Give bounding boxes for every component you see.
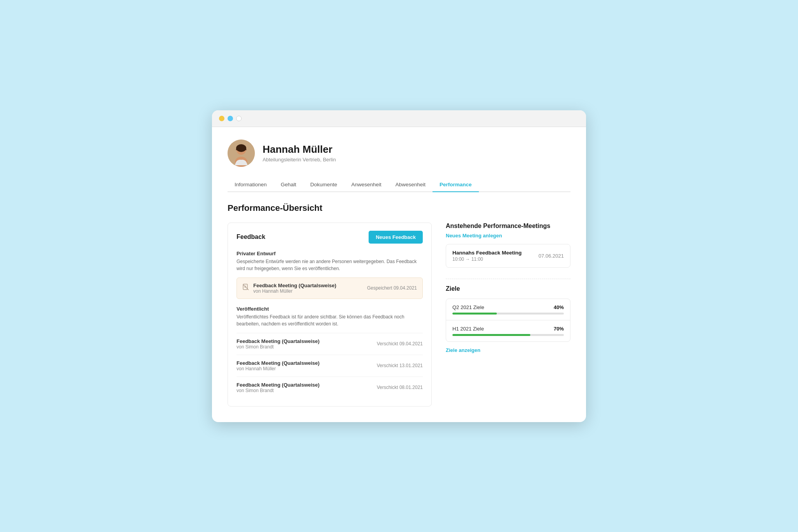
goal-progress-bg-0: [452, 313, 564, 315]
published-item-0-info: Feedback Meeting (Quartalsweise) von Sim…: [237, 338, 320, 350]
create-meeting-link[interactable]: Neues Meeting anlegen: [446, 233, 502, 239]
draft-item-title: Feedback Meeting (Quartalsweise): [253, 283, 363, 288]
avatar: [228, 140, 255, 167]
published-item-2-title: Feedback Meeting (Quartalsweise): [237, 382, 320, 388]
goal-pct-0: 40%: [554, 304, 564, 310]
tab-gehalt[interactable]: Gehalt: [274, 178, 304, 192]
goals-section: Ziele Q2 2021 Ziele 40%: [446, 285, 570, 353]
meeting-card-0-info: Hannahs Feedback Meeting 10:00 → 11:00: [452, 250, 522, 262]
browser-window: Hannah Müller Abteilungsleiterin Vertrie…: [212, 110, 586, 422]
traffic-light-yellow[interactable]: [219, 116, 224, 121]
profile-subtitle: Abteilungsleiterin Vertrieb, Berlin: [263, 157, 336, 163]
meetings-title: Anstehende Performance-Meetings: [446, 223, 570, 230]
divider: [446, 279, 570, 279]
published-item-1-author: von Hannah Müller: [237, 366, 320, 371]
published-item-1[interactable]: Feedback Meeting (Quartalsweise) von Han…: [237, 355, 423, 376]
published-section: Veröffentlicht Veröffentlichtes Feedback…: [237, 306, 423, 398]
view-goals-link[interactable]: Ziele anzeigen: [446, 347, 480, 353]
published-item-0-date: Verschickt 09.04.2021: [377, 341, 423, 346]
draft-item-info: Feedback Meeting (Quartalsweise) von Han…: [253, 283, 363, 294]
meeting-card-0[interactable]: Hannahs Feedback Meeting 10:00 → 11:00 0…: [446, 244, 570, 268]
goals-title: Ziele: [446, 285, 570, 292]
published-item-0-title: Feedback Meeting (Quartalsweise): [237, 338, 320, 344]
published-item-1-info: Feedback Meeting (Quartalsweise) von Han…: [237, 360, 320, 371]
published-item-2-date: Verschickt 08.01.2021: [377, 385, 423, 390]
meeting-date-0: 07.06.2021: [538, 253, 564, 259]
right-column: Anstehende Performance-Meetings Neues Me…: [446, 223, 570, 353]
goal-label-1: H1 2021 Ziele: [452, 326, 484, 332]
tab-performance[interactable]: Performance: [433, 178, 479, 192]
tab-abwesenheit[interactable]: Abwesenheit: [388, 178, 433, 192]
goal-progress-fill-0: [452, 313, 497, 315]
draft-item-date: Gespeichert 09.04.2021: [367, 285, 417, 291]
browser-content: Hannah Müller Abteilungsleiterin Vertrie…: [212, 127, 586, 422]
draft-icon: [242, 284, 249, 292]
goal-item-0[interactable]: Q2 2021 Ziele 40%: [446, 299, 570, 320]
draft-desc: Gespeicherte Entwürfe werden nie an ande…: [237, 258, 423, 272]
published-item-0[interactable]: Feedback Meeting (Quartalsweise) von Sim…: [237, 333, 423, 355]
profile-header: Hannah Müller Abteilungsleiterin Vertrie…: [228, 140, 570, 167]
published-heading: Veröffentlicht: [237, 306, 423, 312]
published-item-1-title: Feedback Meeting (Quartalsweise): [237, 360, 320, 366]
goal-progress-fill-1: [452, 334, 530, 336]
published-item-2[interactable]: Feedback Meeting (Quartalsweise) von Sim…: [237, 376, 423, 398]
goal-pct-1: 70%: [554, 326, 564, 332]
goal-row-1: H1 2021 Ziele 70%: [452, 326, 564, 332]
goal-item-1[interactable]: H1 2021 Ziele 70%: [446, 320, 570, 341]
new-feedback-button[interactable]: Neues Feedback: [369, 231, 423, 244]
tab-dokumente[interactable]: Dokumente: [303, 178, 344, 192]
published-item-0-author: von Simon Brandt: [237, 344, 320, 350]
goal-progress-bg-1: [452, 334, 564, 336]
feedback-card: Feedback Neues Feedback Privater Entwurf…: [228, 223, 432, 407]
profile-name: Hannah Müller: [263, 143, 336, 156]
tab-anwesenheit[interactable]: Anwesenheit: [344, 178, 388, 192]
published-item-2-author: von Simon Brandt: [237, 388, 320, 393]
tab-informationen[interactable]: Informationen: [228, 178, 274, 192]
goal-label-0: Q2 2021 Ziele: [452, 304, 484, 310]
goal-row-0: Q2 2021 Ziele 40%: [452, 304, 564, 310]
main-layout: Feedback Neues Feedback Privater Entwurf…: [228, 223, 570, 407]
published-item-2-info: Feedback Meeting (Quartalsweise) von Sim…: [237, 382, 320, 393]
draft-heading: Privater Entwurf: [237, 251, 423, 256]
meeting-time-0: 10:00 → 11:00: [452, 256, 522, 262]
draft-item-author: von Hannah Müller: [253, 288, 363, 294]
feedback-card-title: Feedback: [237, 233, 265, 240]
meeting-title-0: Hannahs Feedback Meeting: [452, 250, 522, 256]
traffic-light-blue[interactable]: [228, 116, 233, 121]
browser-chrome: [212, 110, 586, 127]
published-item-1-date: Verschickt 13.01.2021: [377, 363, 423, 368]
feedback-card-header: Feedback Neues Feedback: [237, 231, 423, 244]
svg-line-7: [243, 285, 249, 290]
nav-tabs: Informationen Gehalt Dokumente Anwesenhe…: [228, 178, 570, 192]
left-column: Feedback Neues Feedback Privater Entwurf…: [228, 223, 432, 407]
profile-info: Hannah Müller Abteilungsleiterin Vertrie…: [263, 143, 336, 162]
draft-item[interactable]: Feedback Meeting (Quartalsweise) von Han…: [237, 277, 423, 299]
goals-list: Q2 2021 Ziele 40% H1 2021 Ziele 70%: [446, 299, 570, 342]
traffic-light-white[interactable]: [236, 116, 242, 121]
page-title: Performance-Übersicht: [228, 203, 570, 213]
published-desc: Veröffentlichtes Feedback ist für andere…: [237, 313, 423, 327]
draft-section: Privater Entwurf Gespeicherte Entwürfe w…: [237, 251, 423, 299]
